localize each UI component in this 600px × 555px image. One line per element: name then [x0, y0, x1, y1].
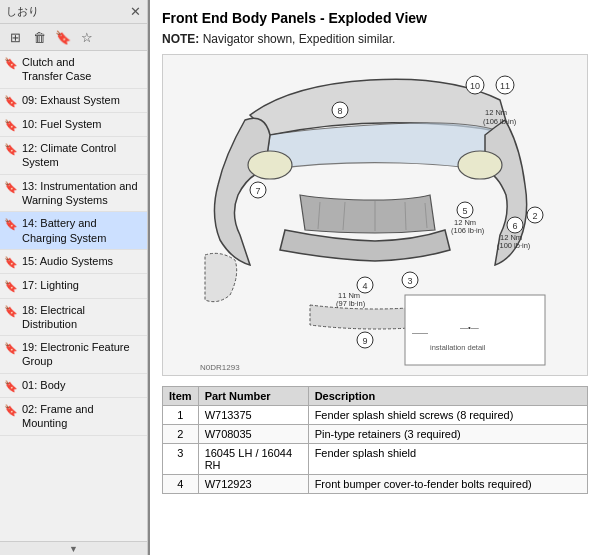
- sidebar-item-electrical[interactable]: 🔖 18: Electrical Distribution: [0, 299, 147, 337]
- table-row: 4 W712923 Front bumper cover-to-fender b…: [163, 475, 588, 494]
- trash-icon[interactable]: 🗑: [29, 27, 49, 47]
- svg-text:(97 lb·in): (97 lb·in): [336, 299, 366, 308]
- close-icon[interactable]: ✕: [130, 4, 141, 19]
- table-cell-desc: Pin-type retainers (3 required): [308, 425, 587, 444]
- bookmark-icon: 🔖: [4, 142, 18, 156]
- sidebar-item-exhaust[interactable]: 🔖 09: Exhaust System: [0, 89, 147, 113]
- sidebar-item-label: 13: Instrumentation and Warning Systems: [22, 179, 141, 208]
- table-cell-item: 3: [163, 444, 199, 475]
- sidebar-item-audio[interactable]: 🔖 15: Audio Systems: [0, 250, 147, 274]
- svg-text:N0DR1293: N0DR1293: [200, 363, 240, 372]
- bookmark-icon: 🔖: [4, 56, 18, 70]
- sidebar-item-label: 18: Electrical Distribution: [22, 303, 141, 332]
- grid-icon[interactable]: ⊞: [5, 27, 25, 47]
- star-icon[interactable]: ☆: [77, 27, 97, 47]
- svg-text:(106 lb·in): (106 lb·in): [451, 226, 485, 235]
- table-cell-desc: Fender splash shield screws (8 required): [308, 406, 587, 425]
- table-row: 2 W708035 Pin-type retainers (3 required…: [163, 425, 588, 444]
- sidebar-title: しおり: [6, 4, 39, 19]
- bookmark-icon: 🔖: [4, 118, 18, 132]
- svg-point-6: [248, 151, 292, 179]
- svg-text:2: 2: [532, 211, 537, 221]
- bookmark-icon: 🔖: [4, 180, 18, 194]
- svg-text:8: 8: [337, 106, 342, 116]
- svg-text:10: 10: [470, 81, 480, 91]
- bookmark-icon: 🔖: [4, 403, 18, 417]
- sidebar-item-battery[interactable]: 🔖 14: Battery and Charging System: [0, 212, 147, 250]
- bookmark-icon: 🔖: [4, 217, 18, 231]
- exploded-view-diagram: 10 11 12 Nm (106 lb·in) 5 12 Nm (106 lb·…: [190, 55, 560, 375]
- sidebar-item-climate[interactable]: 🔖 12: Climate Control System: [0, 137, 147, 175]
- table-header-item: Item: [163, 387, 199, 406]
- table-cell-desc: Front bumper cover-to-fender bolts requi…: [308, 475, 587, 494]
- svg-text:(106 lb·in): (106 lb·in): [483, 117, 517, 126]
- svg-text:(100 lb·in): (100 lb·in): [497, 241, 531, 250]
- table-cell-item: 1: [163, 406, 199, 425]
- table-cell-part: W712923: [198, 475, 308, 494]
- sidebar-list: 🔖 Clutch andTransfer Case 🔖 09: Exhaust …: [0, 51, 147, 541]
- svg-text:7: 7: [255, 186, 260, 196]
- sidebar-item-label: 09: Exhaust System: [22, 93, 120, 107]
- svg-text:12 Nm: 12 Nm: [485, 108, 507, 117]
- sidebar-item-electronic[interactable]: 🔖 19: Electronic Feature Group: [0, 336, 147, 374]
- note-label: NOTE:: [162, 32, 199, 46]
- sidebar-item-label: 15: Audio Systems: [22, 254, 113, 268]
- bookmark-icon: 🔖: [4, 341, 18, 355]
- sidebar-item-label: 02: Frame and Mounting: [22, 402, 141, 431]
- table-cell-item: 2: [163, 425, 199, 444]
- note-text: Navigator shown, Expedition similar.: [203, 32, 396, 46]
- bookmark-add-icon[interactable]: 🔖: [53, 27, 73, 47]
- sidebar-item-label: 01: Body: [22, 378, 65, 392]
- svg-text:9: 9: [362, 336, 367, 346]
- bookmark-icon: 🔖: [4, 94, 18, 108]
- bookmark-icon: 🔖: [4, 379, 18, 393]
- table-cell-part: 16045 LH / 16044 RH: [198, 444, 308, 475]
- svg-text:4: 4: [362, 281, 367, 291]
- diagram-area: 10 11 12 Nm (106 lb·in) 5 12 Nm (106 lb·…: [162, 54, 588, 376]
- sidebar-item-body[interactable]: 🔖 01: Body: [0, 374, 147, 398]
- parts-table: Item Part Number Description 1 W713375 F…: [162, 386, 588, 494]
- sidebar-item-label: 17: Lighting: [22, 278, 79, 292]
- sidebar-item-label: Clutch andTransfer Case: [22, 55, 91, 84]
- svg-text:installation detail: installation detail: [430, 343, 486, 352]
- table-cell-part: W708035: [198, 425, 308, 444]
- svg-text:—•—: —•—: [460, 323, 479, 332]
- main-content: Front End Body Panels - Exploded View NO…: [148, 0, 600, 555]
- bookmark-icon: 🔖: [4, 279, 18, 293]
- svg-text:6: 6: [512, 221, 517, 231]
- sidebar-item-lighting[interactable]: 🔖 17: Lighting: [0, 274, 147, 298]
- sidebar-item-frame[interactable]: 🔖 02: Frame and Mounting: [0, 398, 147, 436]
- sidebar-header: しおり ✕: [0, 0, 147, 24]
- svg-text:3: 3: [407, 276, 412, 286]
- sidebar: しおり ✕ ⊞ 🗑 🔖 ☆ 🔖 Clutch andTransfer Case …: [0, 0, 148, 555]
- sidebar-item-label: 14: Battery and Charging System: [22, 216, 141, 245]
- table-cell-item: 4: [163, 475, 199, 494]
- table-cell-desc: Fender splash shield: [308, 444, 587, 475]
- table-row: 1 W713375 Fender splash shield screws (8…: [163, 406, 588, 425]
- sidebar-item-fuel[interactable]: 🔖 10: Fuel System: [0, 113, 147, 137]
- svg-text:11: 11: [500, 81, 510, 91]
- svg-text:——: ——: [412, 328, 428, 337]
- sidebar-item-label: 12: Climate Control System: [22, 141, 141, 170]
- table-row: 3 16045 LH / 16044 RH Fender splash shie…: [163, 444, 588, 475]
- svg-text:5: 5: [462, 206, 467, 216]
- sidebar-item-label: 10: Fuel System: [22, 117, 101, 131]
- bookmark-icon: 🔖: [4, 304, 18, 318]
- svg-point-7: [458, 151, 502, 179]
- sidebar-item-clutch-transfer[interactable]: 🔖 Clutch andTransfer Case: [0, 51, 147, 89]
- scroll-down-indicator[interactable]: ▼: [0, 541, 147, 555]
- bookmark-icon: 🔖: [4, 255, 18, 269]
- sidebar-toolbar: ⊞ 🗑 🔖 ☆: [0, 24, 147, 51]
- page-title: Front End Body Panels - Exploded View: [162, 10, 588, 26]
- sidebar-item-label: 19: Electronic Feature Group: [22, 340, 141, 369]
- sidebar-item-instrumentation[interactable]: 🔖 13: Instrumentation and Warning System…: [0, 175, 147, 213]
- parts-tbody: 1 W713375 Fender splash shield screws (8…: [163, 406, 588, 494]
- table-cell-part: W713375: [198, 406, 308, 425]
- note: NOTE: Navigator shown, Expedition simila…: [162, 32, 588, 46]
- table-header-desc: Description: [308, 387, 587, 406]
- table-header-part: Part Number: [198, 387, 308, 406]
